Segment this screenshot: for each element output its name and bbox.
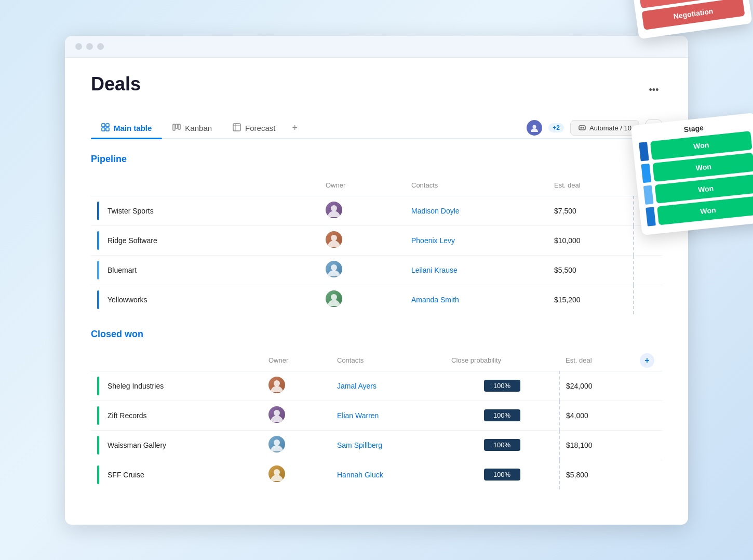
contact-link[interactable]: Madison Doyle (411, 207, 460, 215)
closed-row-3-prob: 100% (445, 430, 559, 460)
closed-row-3-contact: Sam Spillberg (331, 430, 445, 460)
closed-row-3-est: $18,100 (559, 430, 634, 460)
svg-rect-6 (176, 124, 178, 128)
deal-bar-closed-1 (97, 377, 99, 395)
closed-row-2-contact: Elian Warren (331, 401, 445, 430)
closed-col-add: + (634, 350, 662, 371)
won-bar-4 (646, 207, 656, 226)
pipeline-section-header: Pipeline (91, 154, 662, 171)
pipeline-row-4-extra (634, 285, 662, 314)
pipeline-col-name (91, 175, 319, 196)
closed-row-1-prob: 100% (445, 371, 559, 401)
avatar (326, 202, 342, 218)
more-options-button[interactable]: ••• (646, 82, 662, 99)
deal-bar-4 (97, 290, 99, 309)
stage-dropdown-won[interactable]: Stage Won Won Won Won (631, 113, 753, 235)
svg-point-21 (274, 410, 280, 416)
table-row: SFF Cruise Hannah Gluck (91, 460, 662, 489)
svg-point-22 (274, 439, 280, 446)
closed-col-probability: Close probability (445, 350, 559, 371)
closed-col-owner: Owner (262, 350, 331, 371)
probability-bar: 100% (484, 380, 520, 392)
tab-main-table-label: Main table (114, 124, 152, 132)
automate-button[interactable]: Automate / 10 (570, 120, 639, 136)
avatar (268, 436, 285, 452)
closed-col-est-deal: Est. deal (559, 350, 634, 371)
pipeline-row-3-name: Bluemart (91, 255, 319, 285)
contact-link[interactable]: Sam Spillberg (337, 441, 382, 449)
svg-rect-7 (178, 124, 180, 129)
tab-forecast[interactable]: Forecast (222, 118, 286, 138)
table-row: Twister Sports Madison Doyle (91, 196, 662, 225)
pipeline-row-2-name: Ridge Software (91, 225, 319, 255)
add-col-closed-button[interactable]: + (640, 353, 654, 368)
svg-point-12 (533, 125, 536, 129)
add-tab-button[interactable]: + (286, 118, 304, 138)
contact-link[interactable]: Leilani Krause (411, 266, 458, 274)
deal-bar-1 (97, 202, 99, 220)
svg-point-23 (274, 469, 280, 475)
contact-link[interactable]: Jamal Ayers (337, 382, 376, 390)
won-bar-1 (639, 142, 649, 161)
won-bar-3 (643, 185, 654, 204)
contact-link[interactable]: Elian Warren (337, 411, 379, 420)
probability-bar: 100% (484, 439, 520, 451)
grid-icon (101, 123, 110, 133)
pipeline-row-3-owner (319, 255, 405, 285)
pipeline-row-2-owner (319, 225, 405, 255)
pipeline-row-3-est: $5,500 (548, 255, 634, 285)
table-row: Sheleg Industries Jamal Ayers (91, 371, 662, 401)
avatar (268, 406, 285, 423)
pipeline-row-4-owner (319, 285, 405, 314)
pipeline-row-4-est: $15,200 (548, 285, 634, 314)
contact-link[interactable]: Amanda Smith (411, 296, 459, 304)
closed-row-3-owner (262, 430, 331, 460)
deal-bar-closed-4 (97, 465, 99, 484)
tab-bar: Main table Kanban (91, 118, 662, 139)
svg-rect-4 (106, 128, 109, 131)
pipeline-title: Pipeline (91, 154, 127, 165)
closed-row-1-owner (262, 371, 331, 401)
avatar (326, 231, 342, 248)
table-row: Bluemart Leilani Krause (91, 255, 662, 285)
deal-bar-closed-2 (97, 406, 99, 425)
probability-bar: 100% (484, 469, 520, 481)
browser-dot-yellow (86, 43, 93, 50)
closed-row-4-est: $5,800 (559, 460, 634, 489)
pipeline-row-2-contact: Phoenix Levy (405, 225, 548, 255)
tab-main-table[interactable]: Main table (91, 118, 162, 138)
closed-row-1-name: Sheleg Industries (91, 371, 262, 401)
avatar (326, 261, 342, 277)
closed-row-2-name: Zift Records (91, 401, 262, 430)
pipeline-row-3-extra (634, 255, 662, 285)
pipeline-col-owner: Owner (319, 175, 405, 196)
pipeline-row-2-est: $10,000 (548, 225, 634, 255)
svg-point-19 (331, 294, 337, 300)
browser-bar (65, 36, 688, 58)
table-row: Ridge Software Phoenix Levy (91, 225, 662, 255)
closed-row-2-prob: 100% (445, 401, 559, 430)
closed-row-1-extra (634, 371, 662, 401)
svg-rect-1 (102, 124, 105, 127)
pipeline-row-1-owner (319, 196, 405, 225)
contact-link[interactable]: Phoenix Levy (411, 236, 455, 245)
closed-row-4-owner (262, 460, 331, 489)
stage-dropdown-top[interactable]: Stage Qualified Proposal Negotiation Neg… (624, 0, 752, 39)
won-bar-2 (641, 163, 651, 182)
closed-row-2-owner (262, 401, 331, 430)
browser-content: Deals ••• Main table (65, 58, 688, 525)
svg-rect-2 (106, 124, 109, 127)
tab-kanban-label: Kanban (185, 124, 212, 132)
svg-point-16 (331, 205, 337, 211)
svg-rect-3 (102, 128, 105, 131)
closed-col-name (91, 350, 262, 371)
pipeline-row-3-contact: Leilani Krause (405, 255, 548, 285)
closed-row-3-extra (634, 430, 662, 460)
avatar (268, 377, 285, 393)
contact-link[interactable]: Hannah Gluck (337, 471, 383, 479)
tab-kanban[interactable]: Kanban (162, 118, 222, 138)
table-row: Yellowworks Amanda Smith (91, 285, 662, 314)
tab-forecast-label: Forecast (245, 124, 275, 132)
forecast-icon (233, 123, 241, 133)
closed-row-1-est: $24,000 (559, 371, 634, 401)
